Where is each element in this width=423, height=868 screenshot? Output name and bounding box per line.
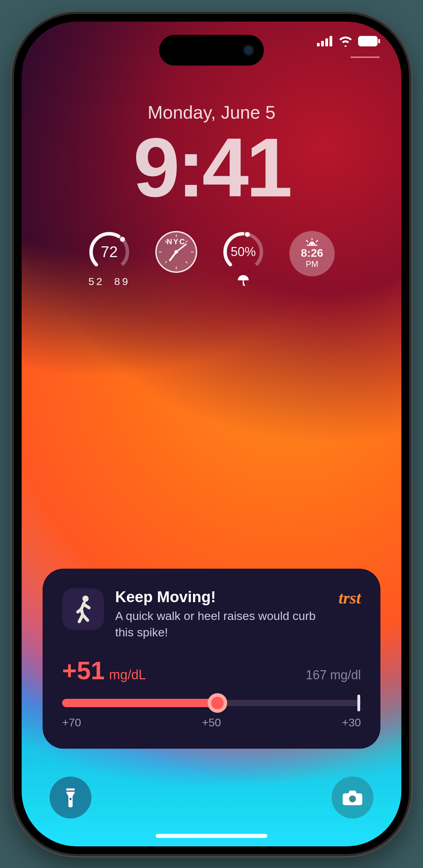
flashlight-button[interactable] [50, 777, 91, 818]
cellular-icon [317, 36, 333, 46]
svg-rect-4 [358, 36, 378, 46]
lock-screen-time: 9:41 [22, 119, 401, 216]
svg-rect-0 [317, 43, 320, 46]
slider-target-marker [357, 695, 360, 711]
glucose-notification[interactable]: Keep Moving! A quick walk or heel raises… [43, 569, 380, 749]
battery-icon [358, 36, 380, 46]
svg-rect-3 [329, 36, 332, 46]
notification-body: A quick walk or heel raises would curb t… [115, 608, 327, 641]
svg-rect-5 [378, 39, 380, 43]
wifi-icon [338, 36, 353, 47]
sunset-widget[interactable]: 8:26 PM [289, 231, 335, 276]
svg-rect-1 [321, 41, 324, 46]
umbrella-icon [237, 274, 250, 287]
notification-brand: trst [339, 588, 361, 607]
notification-title: Keep Moving! [115, 588, 327, 606]
world-clock-widget[interactable]: NYC [155, 231, 197, 273]
widgets-row: 72 52 89 NYC [22, 231, 401, 287]
lock-screen[interactable]: Monday, June 5 9:41 72 52 89 NYC [22, 22, 401, 846]
glucose-slider[interactable] [62, 696, 361, 710]
phone-frame: Monday, June 5 9:41 72 52 89 NYC [14, 14, 409, 854]
weather-temp: 72 [101, 243, 118, 261]
camera-button[interactable] [332, 777, 373, 818]
svg-rect-25 [66, 791, 75, 792]
weather-widget[interactable]: 72 52 89 [88, 231, 130, 287]
sunset-period: PM [306, 259, 318, 269]
sunset-icon [304, 238, 320, 247]
svg-point-19 [175, 250, 178, 254]
walking-icon [71, 595, 95, 623]
activity-icon-box [62, 588, 104, 630]
svg-rect-2 [325, 38, 328, 46]
focus-indicator [350, 57, 380, 58]
svg-line-15 [165, 261, 167, 263]
svg-line-16 [186, 261, 187, 263]
status-bar [317, 36, 380, 47]
slider-labels: +70 +50 +30 [62, 716, 361, 729]
slider-fill [62, 699, 217, 707]
svg-point-8 [120, 237, 125, 242]
svg-line-13 [165, 241, 167, 242]
glucose-current: 167 mg/dl [306, 668, 361, 682]
home-indicator[interactable] [156, 834, 267, 838]
svg-line-18 [176, 244, 186, 252]
svg-point-24 [82, 596, 89, 602]
glucose-delta: +51 mg/dL [62, 656, 146, 685]
dynamic-island[interactable] [159, 35, 264, 66]
precipitation-widget[interactable]: 50% [222, 231, 264, 287]
svg-point-26 [69, 798, 72, 800]
svg-point-22 [245, 232, 250, 237]
camera-icon [342, 789, 363, 806]
weather-lohi: 52 89 [88, 276, 130, 287]
svg-point-27 [349, 795, 356, 802]
slider-thumb[interactable] [208, 693, 227, 713]
svg-point-23 [310, 241, 314, 245]
svg-line-14 [186, 241, 187, 242]
sunset-time: 8:26 [301, 247, 323, 259]
precip-value: 50% [231, 245, 256, 259]
flashlight-icon [63, 786, 78, 809]
